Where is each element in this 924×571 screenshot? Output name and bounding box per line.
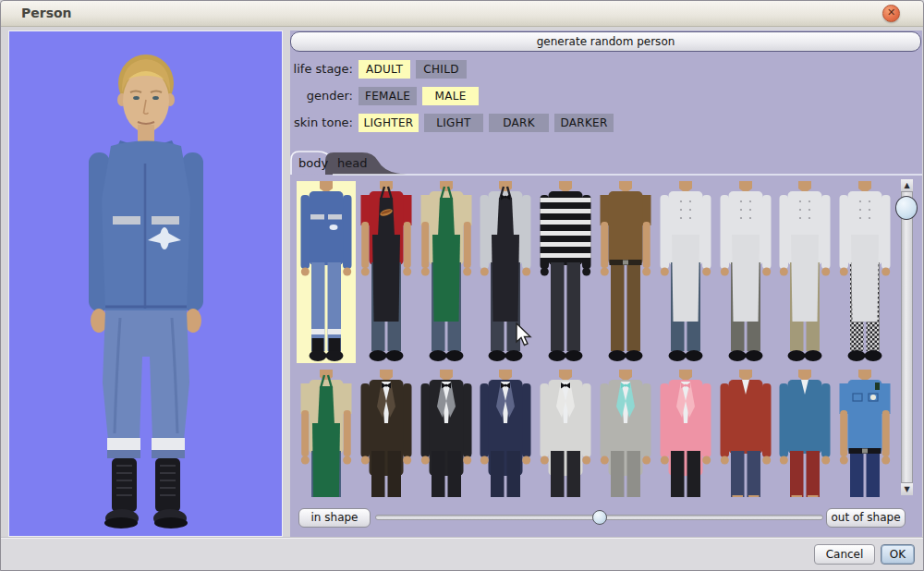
outfit-thumbnail-navy-tuxedo[interactable] <box>476 370 535 497</box>
outfit-thumbnail-diner-apron-hotdog[interactable] <box>357 181 416 363</box>
in-shape-button[interactable]: in shape <box>298 508 371 528</box>
skin-tone-option-darker[interactable]: DARKER <box>554 114 614 132</box>
outfit-thumbnail-long-green-apron[interactable] <box>297 370 356 497</box>
tab-strip: body head <box>290 150 922 176</box>
outfit-thumbnail-black-apron-bowtie[interactable] <box>476 181 535 363</box>
close-icon[interactable]: ✕ <box>882 5 900 22</box>
life-stage-row: life stage:ADULTCHILD <box>290 60 922 79</box>
life-stage-option-child[interactable]: CHILD <box>416 60 467 79</box>
dialog-footer: Cancel OK <box>1 537 923 570</box>
life-stage-option-adult[interactable]: ADULT <box>359 60 410 79</box>
outfit-thumbnail-chef-coat-checkered-pants[interactable] <box>835 181 894 363</box>
tab-head-label[interactable]: head <box>337 156 367 170</box>
character-preview-image <box>9 31 282 536</box>
tab-body-label[interactable]: body <box>298 156 328 170</box>
gender-label: gender: <box>290 89 353 103</box>
person-dialog: Person ✕ <box>0 0 924 571</box>
title-bar: Person ✕ <box>1 1 923 27</box>
skin-tone-option-dark[interactable]: DARK <box>489 114 549 132</box>
gender-option-male[interactable]: MALE <box>422 87 479 105</box>
gender-option-female[interactable]: FEMALE <box>359 87 417 105</box>
generate-random-person-button[interactable]: generate random person <box>290 31 921 52</box>
ok-button[interactable]: OK <box>881 544 915 565</box>
scroll-up-icon[interactable]: ▲ <box>901 179 913 192</box>
gender-row: gender:FEMALEMALE <box>290 87 922 105</box>
outfit-thumbnail-green-apron[interactable] <box>417 181 476 363</box>
life-stage-label: life stage: <box>290 62 353 76</box>
outfit-thumbnail-chef-coat-blue-pants[interactable] <box>656 181 715 363</box>
outfit-thumbnail-red-cardigan-navy-shorts[interactable] <box>716 370 775 497</box>
outfit-thumbnail-prisoner-stripes[interactable] <box>536 181 595 363</box>
outfit-thumbnail-chef-coat-khaki-pants[interactable] <box>775 181 834 363</box>
scroll-down-icon[interactable]: ▼ <box>901 482 913 495</box>
outfit-grid: ▲ ▼ <box>290 176 922 497</box>
outfit-thumbnail-white-tuxedo[interactable] <box>536 370 595 497</box>
wardrobe-panel: generate random person life stage:ADULTC… <box>290 30 922 537</box>
cancel-button[interactable]: Cancel <box>814 544 875 565</box>
out-of-shape-button[interactable]: out of shape <box>826 508 906 528</box>
character-preview <box>8 30 283 537</box>
skin-tone-option-lighter[interactable]: LIGHTER <box>359 114 419 132</box>
skin-tone-label: skin tone: <box>290 115 353 129</box>
outfit-scrollbar[interactable]: ▲ ▼ <box>900 179 914 495</box>
skin-tone-option-light[interactable]: LIGHT <box>424 114 483 132</box>
outfit-thumbnail-medic-coveralls[interactable] <box>297 181 356 363</box>
fitness-slider-thumb[interactable] <box>592 510 607 525</box>
outfit-thumbnail-chef-coat-gray-pants[interactable] <box>716 181 775 363</box>
window-title: Person <box>21 6 72 20</box>
outfit-thumbnail-police-uniform[interactable] <box>835 370 894 497</box>
outfit-thumbnail-brown-uniform[interactable] <box>596 181 655 363</box>
scrollbar-thumb[interactable] <box>895 196 918 220</box>
outfit-thumbnail-black-tuxedo[interactable] <box>417 370 476 497</box>
outfit-thumbnail-pink-tuxedo[interactable] <box>656 370 715 497</box>
scrollbar-track[interactable] <box>901 179 913 495</box>
outfit-thumbnail-brown-tuxedo[interactable] <box>357 370 416 497</box>
outfit-thumbnail-blue-cardigan-red-shorts[interactable] <box>775 370 834 497</box>
outfit-thumbnail-gray-teal-tuxedo[interactable] <box>596 370 655 497</box>
skin-tone-row: skin tone:LIGHTERLIGHTDARKDARKER <box>290 114 922 132</box>
